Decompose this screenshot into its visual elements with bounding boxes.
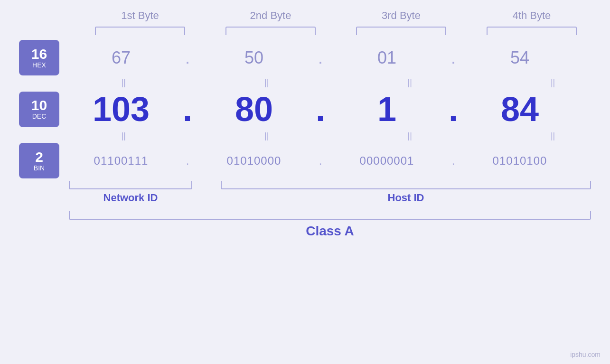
pipe-dec-bin-1: ||: [71, 131, 176, 141]
dec-base-label: DEC: [32, 112, 47, 120]
bin-dot2: .: [306, 154, 335, 168]
hex-dot3: .: [439, 48, 468, 68]
pipe-dec-bin-2: ||: [215, 131, 319, 141]
host-id-label: Host ID: [221, 192, 591, 204]
hex-values: 67 . 50 . 01 . 54: [69, 48, 608, 68]
byte4-header: 4th Byte: [484, 9, 579, 22]
rows-container: 16 HEX 67 . 50 . 01: [0, 40, 610, 239]
dec-base-number: 10: [31, 98, 47, 112]
network-id-label: Network ID: [69, 192, 192, 204]
bin-b4: 01010100: [468, 154, 572, 168]
network-id-bracket-line: [69, 181, 192, 189]
dec-values: 103 . 80 . 1 . 84: [69, 90, 608, 129]
watermark: ipshu.com: [570, 351, 601, 358]
bottom-brackets: Network ID Host ID: [19, 181, 608, 204]
sep-hex-dec: || || || ||: [19, 75, 608, 90]
pipe-hex-dec-4: ||: [501, 78, 605, 88]
top-brackets: [75, 27, 597, 35]
hex-base-label: HEX: [32, 61, 46, 69]
hex-base-number: 16: [31, 47, 47, 61]
class-a-label: Class A: [69, 224, 591, 239]
hex-dot1: .: [173, 48, 202, 68]
bracket-byte4: [487, 27, 577, 35]
pipe-dec-bin-4: ||: [501, 131, 605, 141]
bin-values: 01100111 . 01010000 . 00000001 .: [69, 154, 608, 168]
bin-b2: 01010000: [202, 154, 306, 168]
sep-dec-bin: || || || ||: [19, 129, 608, 143]
host-id-section: Host ID: [221, 181, 591, 204]
hex-b2: 50: [202, 48, 306, 68]
dec-b2: 80: [202, 90, 306, 129]
network-id-section: Network ID: [69, 181, 192, 204]
bracket-byte2: [225, 27, 316, 35]
pipe-hex-dec-3: ||: [357, 78, 462, 88]
class-a-bracket-line: [69, 211, 591, 220]
pipe-hex-dec-1: ||: [71, 78, 176, 88]
main-container: 1st Byte 2nd Byte 3rd Byte 4th Byte 16 H…: [0, 0, 610, 364]
byte2-header: 2nd Byte: [223, 9, 318, 22]
bracket-byte1: [95, 27, 185, 35]
pipe-hex-dec-2: ||: [215, 78, 319, 88]
host-id-bracket-line: [221, 181, 591, 189]
dec-dot3: .: [439, 90, 468, 129]
bin-badge: 2 BIN: [19, 143, 59, 178]
hex-b1: 67: [69, 48, 173, 68]
pipe-dec-bin-3: ||: [357, 131, 462, 141]
hex-row: 16 HEX 67 . 50 . 01: [19, 40, 608, 75]
class-a-area: Class A: [19, 211, 608, 239]
dec-b4: 84: [468, 90, 572, 129]
pipes-hex-dec: || || || ||: [69, 78, 608, 88]
byte3-header: 3rd Byte: [354, 9, 449, 22]
hex-badge: 16 HEX: [19, 40, 59, 75]
dec-dot1: .: [173, 90, 202, 129]
dec-badge: 10 DEC: [19, 92, 59, 127]
dec-dot2: .: [306, 90, 335, 129]
dec-b3: 1: [335, 90, 439, 129]
bracket-byte3: [356, 27, 446, 35]
byte1-header: 1st Byte: [93, 9, 188, 22]
bin-dot3: .: [439, 154, 468, 168]
pipes-dec-bin: || || || ||: [69, 131, 608, 141]
hex-b3: 01: [335, 48, 439, 68]
hex-b4: 54: [468, 48, 572, 68]
bin-b1: 01100111: [69, 154, 173, 168]
dec-row: 10 DEC 103 . 80 . 1: [19, 90, 608, 129]
byte-headers: 1st Byte 2nd Byte 3rd Byte 4th Byte: [75, 9, 597, 22]
bin-row: 2 BIN 01100111 . 01010000 . 00000001: [19, 143, 608, 178]
bin-base-label: BIN: [34, 164, 45, 172]
hex-dot2: .: [306, 48, 335, 68]
bin-dot1: .: [173, 154, 202, 168]
dec-b1: 103: [69, 90, 173, 129]
bin-base-number: 2: [35, 150, 43, 164]
bin-b3: 00000001: [335, 154, 439, 168]
